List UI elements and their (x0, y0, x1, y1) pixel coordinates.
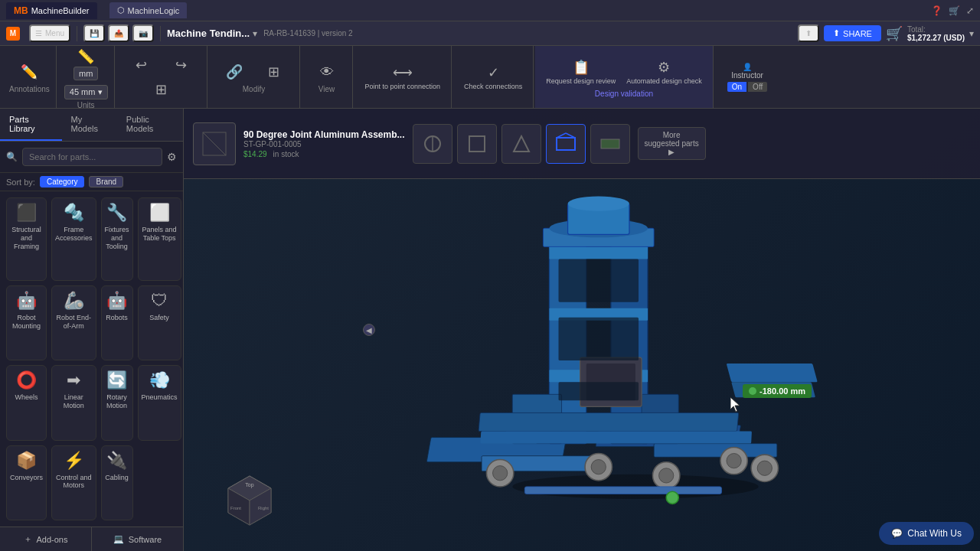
chat-button[interactable]: 💬 Chat With Us (879, 522, 974, 545)
part-stock: in stock (273, 150, 299, 158)
sidebar: Parts Library My Models Public Models 🔍 … (0, 109, 184, 551)
category-rotary-motion[interactable]: 🔄 RotaryMotion (101, 365, 133, 440)
toolbar-view: 👁 View (302, 46, 353, 108)
upload-button[interactable]: 📤 (108, 24, 129, 42)
category-robot-mounting[interactable]: 🤖 RobotMounting (6, 285, 47, 360)
category-frame-accessories[interactable]: 🔩 FrameAccessories (51, 197, 96, 281)
cabling-icon: 🔌 (106, 451, 127, 471)
filter-button[interactable]: ⚙ (167, 151, 177, 163)
thumb-5[interactable] (590, 124, 630, 164)
tab-parts-library[interactable]: Parts Library (0, 109, 62, 141)
svg-point-43 (666, 491, 678, 504)
part-price: $14.29 (243, 150, 267, 158)
tab-machinelogic[interactable]: ⬡ MachineLogic (109, 2, 188, 18)
search-bar: 🔍 ⚙ (0, 142, 183, 173)
sort-bar: Sort by: Category Brand (0, 173, 183, 191)
control-motors-icon: ⚡ (64, 451, 84, 471)
redo-btn[interactable]: ↪ (162, 54, 201, 77)
check-conn-label: Check connections (464, 83, 522, 90)
svg-rect-5 (557, 138, 575, 150)
category-control-motors[interactable]: ⚡ Control andMotors (51, 445, 96, 520)
tab-machinebuilder-label: MachineBuilder (31, 6, 90, 15)
annotation-btn[interactable]: ✏️ (10, 60, 48, 83)
category-panels[interactable]: ⬜ Panels andTable Tops (138, 197, 181, 281)
software-label: Software (129, 535, 162, 544)
thumb-1[interactable] (413, 124, 452, 164)
main-content: Parts Library My Models Public Models 🔍 … (0, 109, 980, 551)
view-btn[interactable]: 👁 (308, 61, 346, 83)
instructor-toggle[interactable]: On Off (727, 82, 768, 92)
toggle-off[interactable]: Off (748, 82, 767, 92)
category-robots[interactable]: 🤖 Robots (101, 285, 133, 360)
titlebar: MB MachineBuilder ⬡ MachineLogic ❓ 🛒 ⤢ (0, 0, 980, 21)
save-button[interactable]: 💾 (83, 24, 105, 42)
svg-rect-45 (559, 318, 639, 360)
nav-cube[interactable]: Top Front Right (222, 473, 277, 528)
grid-btn[interactable]: ⊞ (255, 60, 293, 83)
category-wheels[interactable]: ⭕ Wheels (6, 365, 47, 440)
tab-public-models[interactable]: Public Models (117, 109, 183, 141)
category-pneumatics[interactable]: 💨 Pneumatics (138, 365, 181, 440)
units-dropdown-btn[interactable]: 📏 mm (67, 45, 105, 83)
help-icon[interactable]: ❓ (931, 5, 942, 16)
category-conveyors[interactable]: 📦 Conveyors (6, 445, 47, 520)
sort-category[interactable]: Category (40, 176, 85, 187)
search-icon: 🔍 (6, 152, 18, 162)
sidebar-tabs: Parts Library My Models Public Models (0, 109, 183, 142)
save-icon: 💾 (90, 29, 99, 37)
sort-brand[interactable]: Brand (89, 176, 123, 187)
category-linear-motion[interactable]: ➡ LinearMotion (51, 365, 96, 440)
toggle-on[interactable]: On (727, 82, 746, 92)
addons-label: Add-ons (37, 535, 68, 544)
check-connections-btn[interactable]: ✓ Check connections (459, 61, 527, 93)
part-thumbnail-main[interactable] (193, 122, 236, 165)
menu-label: Menu (45, 29, 64, 37)
machine-svg (337, 185, 934, 505)
cart-icon[interactable]: 🛒 (886, 25, 903, 42)
menu-button[interactable]: ☰ Menu (29, 24, 70, 42)
more-suggested-parts-button[interactable]: More suggested parts ▶ (638, 127, 706, 160)
machine-title-chevron[interactable]: ▾ (253, 28, 257, 39)
instructor-label: Instructor (731, 71, 763, 80)
auto-check-btn[interactable]: ⚙ Automated design check (622, 56, 707, 88)
thumb-3[interactable] (501, 124, 541, 164)
undo-btn[interactable]: ↩ (122, 54, 161, 77)
software-button[interactable]: 💻 Software (92, 527, 183, 551)
category-robot-eoa[interactable]: 🦾 Robot End-of-Arm (51, 285, 96, 360)
cart-chevron[interactable]: ▾ (969, 28, 974, 39)
category-safety[interactable]: 🛡 Safety (138, 285, 181, 360)
thumb-2[interactable] (457, 124, 497, 164)
design-review-btn[interactable]: 📋 Request design review (541, 56, 620, 88)
dimension-label: -180.00 mm (743, 384, 812, 398)
ptp-icon: ⟷ (393, 64, 413, 81)
svg-point-21 (757, 461, 772, 475)
software-icon: 💻 (113, 534, 124, 544)
cart-total-label: Total: (907, 25, 965, 34)
svg-line-1 (203, 132, 226, 155)
panels-icon: ⬜ (149, 203, 170, 223)
app-icon: MB (14, 5, 28, 16)
category-fixtures[interactable]: 🔧 Fixtures andTooling (101, 197, 133, 281)
machine-3d-viewport[interactable] (337, 185, 934, 505)
category-cabling[interactable]: 🔌 Cabling (101, 445, 133, 520)
search-input[interactable] (22, 148, 162, 166)
sort-label: Sort by: (6, 178, 35, 187)
units-value[interactable]: mm (74, 67, 98, 80)
thumb-4[interactable] (546, 124, 586, 164)
tab-machinebuilder[interactable]: MB MachineBuilder (6, 2, 97, 19)
camera-button[interactable]: 📷 (132, 24, 154, 42)
collapse-sidebar-button[interactable]: ◀ (363, 324, 375, 336)
units-sub-dropdown[interactable]: 45 mm ▾ (64, 85, 108, 99)
viewport[interactable]: 90 Degree Joint Aluminum Assemb... ST-GP… (184, 109, 980, 551)
transform-btn[interactable]: ⊞ (142, 78, 181, 101)
snap-btn[interactable]: 🔗 (215, 60, 253, 83)
share-button[interactable]: ⬆ SHARE (824, 25, 881, 41)
tab-my-models[interactable]: My Models (62, 109, 117, 141)
cart-icon-titlebar[interactable]: 🛒 (949, 5, 960, 16)
category-structural[interactable]: ⬛ Structuraland Framing (6, 197, 47, 281)
addons-button[interactable]: ＋ Add-ons (0, 527, 92, 551)
expand-icon[interactable]: ⤢ (966, 5, 974, 16)
ptp-btn[interactable]: ⟷ Point to point connection (361, 61, 446, 93)
svg-rect-13 (654, 444, 777, 458)
share-icon-btn[interactable]: ⬆ (798, 24, 819, 42)
